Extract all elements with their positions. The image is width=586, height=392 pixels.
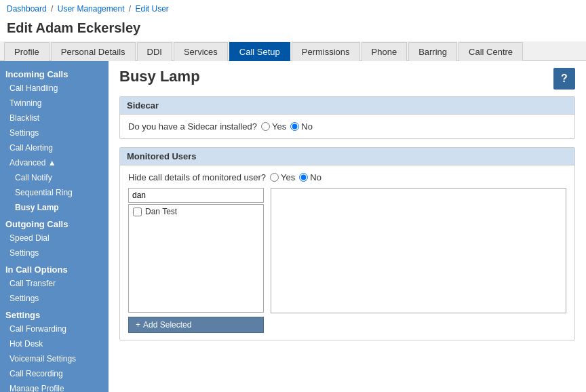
sidecar-no-label[interactable]: No — [290, 121, 313, 132]
hide-yes-text: Yes — [281, 172, 295, 182]
breadcrumb-dashboard[interactable]: Dashboard — [7, 4, 47, 14]
added-users-col — [271, 188, 566, 313]
sidecar-section-header: Sidecar — [120, 97, 574, 115]
sidebar-item-call-forwarding[interactable]: Call Forwarding — [0, 321, 109, 336]
sidebar-section-outgoing-calls: Outgoing Calls — [0, 215, 109, 231]
sidebar-item-settings-incoming[interactable]: Settings — [0, 125, 109, 140]
dan-test-checkbox[interactable] — [133, 208, 142, 216]
tab-phone[interactable]: Phone — [362, 42, 408, 61]
sidecar-yes-radio[interactable] — [261, 122, 270, 131]
monitored-users-body: Hide call details of monitored user? Yes… — [120, 165, 574, 340]
breadcrumb-user-management[interactable]: User Management — [58, 4, 125, 14]
add-icon: + — [136, 320, 140, 330]
hide-radio-group: Yes No — [270, 172, 321, 182]
sidecar-yes-label[interactable]: Yes — [261, 121, 286, 132]
page-title: Edit Adam Eckersley — [0, 18, 586, 41]
breadcrumb: Dashboard / User Management / Edit User — [0, 0, 586, 18]
content-area: Busy Lamp ? Sidecar Do you have a Sideca… — [109, 61, 586, 392]
sidebar-item-twinning[interactable]: Twinning — [0, 96, 109, 111]
monitor-controls: Hide call details of monitored user? Yes… — [128, 172, 566, 182]
sidecar-section-body: Do you have a Sidecar installed? Yes No — [120, 115, 574, 138]
tab-barring[interactable]: Barring — [408, 42, 457, 61]
add-selected-button[interactable]: + Add Selected — [128, 317, 264, 333]
tab-ddi[interactable]: DDI — [137, 42, 172, 61]
hide-no-radio[interactable] — [299, 173, 308, 182]
tab-profile[interactable]: Profile — [4, 42, 50, 61]
sidecar-no-radio[interactable] — [290, 122, 299, 131]
list-item-dan-test[interactable]: Dan Test — [129, 205, 263, 218]
sidebar-item-manage-profile[interactable]: Manage Profile — [0, 381, 109, 392]
sidecar-yes-text: Yes — [272, 121, 286, 132]
added-users-box — [271, 188, 566, 313]
sidebar-item-blacklist[interactable]: Blacklist — [0, 111, 109, 125]
sidecar-no-text: No — [301, 121, 313, 132]
sidebar-section-in-call-options: In Call Options — [0, 260, 109, 276]
monitored-users-section: Monitored Users Hide call details of mon… — [119, 147, 575, 340]
sidebar-item-advanced[interactable]: Advanced ▲ — [0, 155, 109, 170]
sidebar-item-call-handling[interactable]: Call Handling — [0, 81, 109, 96]
tab-permissions[interactable]: Permissions — [292, 42, 360, 61]
sidebar-item-busy-lamp[interactable]: Busy Lamp — [0, 200, 109, 215]
tab-call-centre[interactable]: Call Centre — [458, 42, 523, 61]
user-list-box: Dan Test — [128, 204, 264, 313]
hide-question: Hide call details of monitored user? — [128, 172, 266, 182]
help-button[interactable]: ? — [553, 68, 575, 90]
main-layout: Incoming Calls Call Handling Twinning Bl… — [0, 61, 586, 392]
hide-no-text: No — [310, 172, 321, 182]
sidebar-item-call-recording[interactable]: Call Recording — [0, 366, 109, 381]
sidebar-item-settings-outgoing[interactable]: Settings — [0, 246, 109, 260]
sidebar-item-speed-dial[interactable]: Speed Dial — [0, 231, 109, 246]
sidecar-section: Sidecar Do you have a Sidecar installed?… — [119, 96, 575, 139]
hide-yes-radio[interactable] — [270, 173, 279, 182]
content-title: Busy Lamp — [119, 68, 200, 85]
sidebar-section-incoming-calls: Incoming Calls — [0, 65, 109, 81]
sidebar-item-sequential-ring[interactable]: Sequential Ring — [0, 185, 109, 200]
sidebar-item-call-alerting[interactable]: Call Alerting — [0, 140, 109, 155]
sidebar-item-call-transfer[interactable]: Call Transfer — [0, 276, 109, 291]
dan-test-label: Dan Test — [145, 207, 177, 216]
sidecar-radio-group: Do you have a Sidecar installed? Yes No — [128, 121, 566, 132]
sidebar: Incoming Calls Call Handling Twinning Bl… — [0, 61, 109, 392]
tab-personal-details[interactable]: Personal Details — [51, 42, 136, 61]
sidebar-item-settings-incall[interactable]: Settings — [0, 291, 109, 306]
sidebar-item-call-notify[interactable]: Call Notify — [0, 170, 109, 185]
tab-services[interactable]: Services — [174, 42, 228, 61]
sidebar-item-hot-desk[interactable]: Hot Desk — [0, 336, 109, 351]
tab-bar: Profile Personal Details DDI Services Ca… — [0, 41, 586, 61]
monitored-row: Dan Test + Add Selected — [128, 188, 566, 333]
sidebar-section-settings: Settings — [0, 306, 109, 321]
sidecar-question: Do you have a Sidecar installed? — [128, 121, 257, 132]
hide-yes-label[interactable]: Yes — [270, 172, 295, 182]
add-selected-label: Add Selected — [143, 320, 191, 330]
monitored-users-header: Monitored Users — [120, 148, 574, 165]
sidebar-item-voicemail-settings[interactable]: Voicemail Settings — [0, 351, 109, 366]
user-search-input[interactable] — [128, 188, 264, 203]
user-search-col: Dan Test + Add Selected — [128, 188, 264, 333]
hide-no-label[interactable]: No — [299, 172, 321, 182]
content-header: Busy Lamp ? — [119, 68, 575, 90]
tab-call-setup[interactable]: Call Setup — [229, 42, 290, 61]
breadcrumb-current: Edit User — [136, 4, 169, 14]
